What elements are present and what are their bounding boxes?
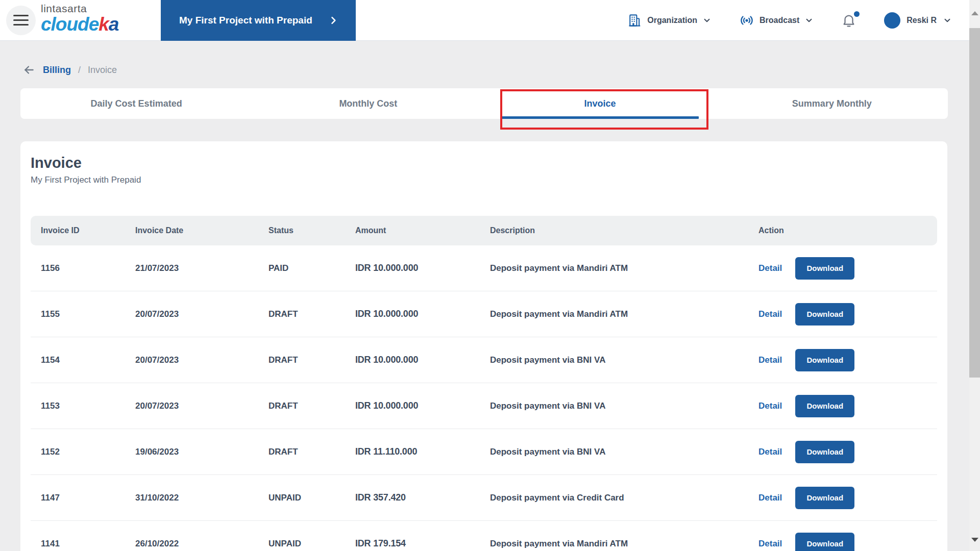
scrollbar-up-arrow[interactable]	[969, 8, 980, 23]
table-row: 115219/06/2023DRAFTIDR 11.110.000Deposit…	[31, 429, 937, 475]
status-cell: UNPAID	[268, 539, 355, 549]
notifications-button[interactable]	[841, 12, 856, 29]
download-button[interactable]: Download	[795, 303, 854, 325]
organization-menu[interactable]: Organization	[627, 13, 712, 28]
amount-cell: IDR 10.000.000	[355, 400, 490, 411]
invoice-id-cell: 1141	[41, 539, 135, 549]
organization-label: Organization	[647, 16, 697, 25]
status-cell: PAID	[268, 263, 355, 273]
table-row: 115520/07/2023DRAFTIDR 10.000.000Deposit…	[31, 291, 937, 337]
breadcrumb: Billing / Invoice	[20, 59, 117, 81]
description-cell: Deposit payment via BNI VA	[490, 355, 758, 365]
description-cell: Deposit payment via Mandiri ATM	[490, 263, 758, 273]
invoice-id-cell: 1155	[41, 309, 135, 319]
column-header-invoice-id: Invoice ID	[41, 226, 135, 235]
download-button[interactable]: Download	[795, 487, 854, 509]
chevron-down-icon	[702, 16, 712, 25]
avatar	[884, 12, 900, 29]
status-cell: DRAFT	[268, 401, 355, 411]
user-name-label: Reski R	[906, 16, 937, 25]
tab-daily-cost-estimated[interactable]: Daily Cost Estimated	[20, 88, 252, 119]
header-right-nav: Organization Broadcast	[627, 0, 952, 41]
amount-cell: IDR 357.420	[355, 492, 490, 503]
billing-tab-bar: Daily Cost Estimated Monthly Cost Invoic…	[20, 88, 948, 119]
action-cell: DetailDownload	[758, 487, 937, 509]
table-row: 114126/10/2022UNPAIDIDR 179.154Deposit p…	[31, 521, 937, 551]
scrollbar-thumb[interactable]	[969, 28, 980, 378]
hamburger-menu-button[interactable]	[6, 6, 36, 35]
chevron-right-icon	[328, 15, 338, 26]
detail-link[interactable]: Detail	[758, 447, 782, 457]
table-row: 115621/07/2023PAIDIDR 10.000.000Deposit …	[31, 245, 937, 291]
back-arrow-button[interactable]	[22, 63, 36, 77]
invoice-date-cell: 31/10/2022	[135, 493, 268, 503]
scrollbar-down-arrow[interactable]	[969, 534, 980, 549]
download-button[interactable]: Download	[795, 533, 854, 551]
table-row: 115320/07/2023DRAFTIDR 10.000.000Deposit…	[31, 383, 937, 429]
project-name-label: My First Project with Prepaid	[179, 15, 312, 26]
description-cell: Deposit payment via BNI VA	[490, 447, 758, 457]
broadcast-label: Broadcast	[760, 16, 799, 25]
brand-logo: lintasarta cloudeka	[41, 3, 118, 34]
detail-link[interactable]: Detail	[758, 355, 782, 365]
invoice-card: Invoice My First Project with Prepaid In…	[20, 141, 947, 551]
download-button[interactable]: Download	[795, 441, 854, 463]
table-row: 115420/07/2023DRAFTIDR 10.000.000Deposit…	[31, 337, 937, 383]
description-cell: Deposit payment via Mandiri ATM	[490, 539, 758, 549]
status-cell: DRAFT	[268, 355, 355, 365]
column-header-action: Action	[758, 226, 937, 235]
invoice-id-cell: 1154	[41, 355, 135, 365]
column-header-description: Description	[490, 226, 758, 235]
project-switcher-button[interactable]: My First Project with Prepaid	[161, 0, 356, 41]
column-header-status: Status	[268, 226, 355, 235]
active-tab-underline	[502, 116, 699, 119]
broadcast-menu[interactable]: Broadcast	[739, 13, 814, 28]
tab-summary-monthly[interactable]: Summary Monthly	[716, 88, 948, 119]
invoice-date-cell: 19/06/2023	[135, 447, 268, 457]
breadcrumb-billing-link[interactable]: Billing	[43, 65, 71, 76]
invoice-date-cell: 20/07/2023	[135, 309, 268, 319]
invoice-id-cell: 1152	[41, 447, 135, 457]
action-cell: DetailDownload	[758, 303, 937, 325]
detail-link[interactable]: Detail	[758, 309, 782, 319]
detail-link[interactable]: Detail	[758, 539, 782, 549]
invoice-id-cell: 1156	[41, 263, 135, 273]
logo-lintasarta-text: lintasarta	[41, 3, 118, 14]
tab-monthly-cost[interactable]: Monthly Cost	[252, 88, 484, 119]
download-button[interactable]: Download	[795, 395, 854, 417]
breadcrumb-separator: /	[78, 65, 81, 76]
amount-cell: IDR 11.110.000	[355, 446, 490, 457]
description-cell: Deposit payment via BNI VA	[490, 401, 758, 411]
download-button[interactable]: Download	[795, 257, 854, 280]
page-subtitle: My First Project with Prepaid	[31, 175, 937, 185]
detail-link[interactable]: Detail	[758, 263, 782, 273]
amount-cell: IDR 10.000.000	[355, 309, 490, 319]
invoice-date-cell: 26/10/2022	[135, 539, 268, 549]
action-cell: DetailDownload	[758, 349, 937, 371]
column-header-invoice-date: Invoice Date	[135, 226, 268, 235]
column-header-amount: Amount	[355, 226, 490, 235]
detail-link[interactable]: Detail	[758, 401, 782, 411]
notification-badge	[854, 11, 860, 17]
broadcast-icon	[739, 13, 754, 28]
status-cell: UNPAID	[268, 493, 355, 503]
app-header: lintasarta cloudeka My First Project wit…	[0, 0, 980, 41]
invoice-date-cell: 20/07/2023	[135, 401, 268, 411]
page-title: Invoice	[31, 155, 937, 171]
user-menu[interactable]: Reski R	[884, 12, 952, 29]
amount-cell: IDR 179.154	[355, 538, 490, 549]
description-cell: Deposit payment via Credit Card	[490, 493, 758, 503]
amount-cell: IDR 10.000.000	[355, 355, 490, 365]
invoice-date-cell: 21/07/2023	[135, 263, 268, 273]
detail-link[interactable]: Detail	[758, 493, 782, 503]
building-icon	[627, 13, 642, 28]
download-button[interactable]: Download	[795, 349, 854, 371]
tab-invoice[interactable]: Invoice	[484, 88, 716, 119]
table-body: 115621/07/2023PAIDIDR 10.000.000Deposit …	[31, 245, 937, 551]
status-cell: DRAFT	[268, 309, 355, 319]
table-header-row: Invoice ID Invoice Date Status Amount De…	[31, 216, 937, 245]
chevron-down-icon	[804, 16, 814, 25]
status-cell: DRAFT	[268, 447, 355, 457]
action-cell: DetailDownload	[758, 257, 937, 280]
table-row: 114731/10/2022UNPAIDIDR 357.420Deposit p…	[31, 475, 937, 521]
